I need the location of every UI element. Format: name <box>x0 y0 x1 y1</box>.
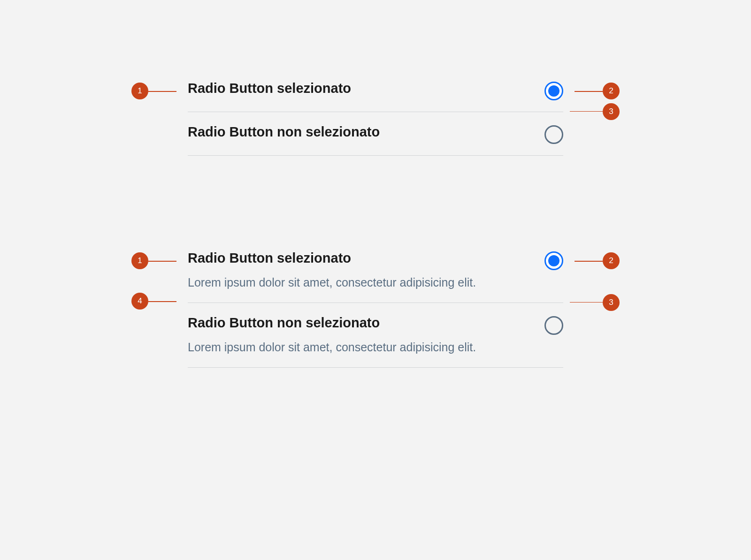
annotation-connector <box>570 302 603 303</box>
annotation-connector <box>148 261 176 262</box>
radio-group-simple: Radio Button selezionato 1 2 3 Radio But… <box>188 80 563 156</box>
radio-description: Lorem ipsum dolor sit amet, consectetur … <box>188 339 530 356</box>
annotation-badge-3: 3 <box>603 294 620 311</box>
annotation-connector <box>575 261 603 262</box>
radio-row-selected[interactable]: Radio Button selezionato Lorem ipsum dol… <box>188 250 563 303</box>
radio-selected-icon[interactable] <box>544 82 563 100</box>
radio-label: Radio Button selezionato <box>188 80 530 98</box>
radio-row-selected[interactable]: Radio Button selezionato 1 2 3 <box>188 80 563 112</box>
annotation-badge-3: 3 <box>603 103 620 120</box>
radio-label: Radio Button non selezionato <box>188 314 530 332</box>
annotation-badge-2: 2 <box>603 83 620 99</box>
radio-description: Lorem ipsum dolor sit amet, consectetur … <box>188 274 530 292</box>
radio-label: Radio Button selezionato <box>188 250 530 267</box>
radio-unselected-icon[interactable] <box>544 125 563 144</box>
annotation-badge-1: 1 <box>131 83 148 99</box>
radio-unselected-icon[interactable] <box>544 316 563 335</box>
annotation-badge-2: 2 <box>603 252 620 269</box>
radio-row-unselected[interactable]: Radio Button non selezionato <box>188 112 563 156</box>
radio-row-unselected[interactable]: Radio Button non selezionato Lorem ipsum… <box>188 303 563 368</box>
radio-group-with-desc: Radio Button selezionato Lorem ipsum dol… <box>188 250 563 368</box>
annotation-connector <box>570 111 603 112</box>
annotation-badge-1: 1 <box>131 252 148 269</box>
annotation-badge-4: 4 <box>131 293 148 310</box>
radio-selected-icon[interactable] <box>544 251 563 270</box>
annotation-connector <box>148 91 176 92</box>
annotation-connector <box>148 301 176 302</box>
radio-label: Radio Button non selezionato <box>188 123 530 141</box>
annotation-connector <box>575 91 603 92</box>
